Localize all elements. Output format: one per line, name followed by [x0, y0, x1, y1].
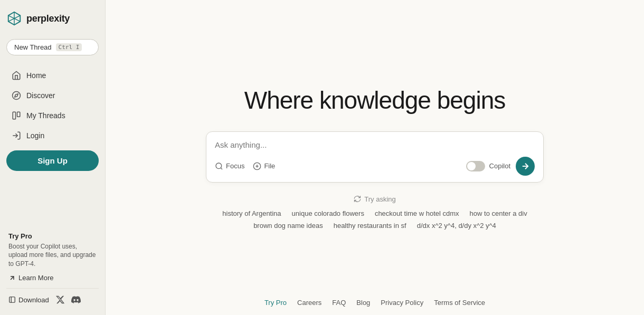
brand-name: perplexity — [26, 13, 70, 24]
chip-0[interactable]: history of Argentina — [222, 209, 281, 217]
footer-terms[interactable]: Terms of Service — [434, 299, 485, 307]
twitter-icon[interactable] — [55, 295, 65, 304]
download-label: Download — [18, 296, 49, 304]
main-nav: Home Discover My Threads Login — [6, 66, 99, 146]
arrow-up-right-icon — [8, 274, 16, 282]
search-input[interactable] — [215, 140, 535, 149]
suggestions-area: Try asking history of Argentina unique c… — [206, 195, 544, 230]
svg-point-8 — [216, 163, 222, 169]
try-pro-section: Try Pro Boost your Copilot uses, upload … — [6, 230, 99, 288]
download-button[interactable]: Download — [8, 296, 49, 304]
perplexity-logo-icon — [6, 11, 22, 26]
nav-item-discover[interactable]: Discover — [6, 86, 99, 105]
try-pro-description: Boost your Copilot uses, upload more fil… — [8, 242, 97, 269]
search-box: Focus File Copilot — [206, 131, 544, 183]
focus-button[interactable]: Focus — [215, 162, 244, 170]
nav-discover-label: Discover — [26, 91, 55, 100]
send-icon — [520, 161, 530, 171]
try-asking-text: Try asking — [364, 195, 395, 203]
footer-faq[interactable]: FAQ — [332, 299, 346, 307]
chip-5[interactable]: healthy restaurants in sf — [334, 222, 406, 230]
footer-privacy[interactable]: Privacy Policy — [381, 299, 423, 307]
file-label: File — [264, 162, 275, 170]
search-right-actions: Copilot — [466, 157, 535, 176]
nav-home-label: Home — [26, 71, 46, 80]
chip-4[interactable]: brown dog name ideas — [253, 222, 323, 230]
try-asking-label: Try asking — [206, 195, 544, 203]
threads-icon — [12, 111, 21, 120]
svg-point-0 — [13, 92, 21, 100]
footer-try-pro[interactable]: Try Pro — [264, 299, 287, 307]
main-footer: Try Pro Careers FAQ Blog Privacy Policy … — [264, 299, 485, 307]
bottom-links: Download — [6, 288, 99, 307]
focus-icon — [215, 162, 223, 170]
logo-area: perplexity — [6, 8, 99, 28]
learn-more-label: Learn More — [18, 274, 53, 282]
nav-item-home[interactable]: Home — [6, 66, 99, 85]
try-pro-title: Try Pro — [8, 232, 97, 240]
new-thread-label: New Thread — [14, 43, 52, 51]
nav-threads-label: My Threads — [26, 111, 65, 120]
login-icon — [12, 131, 21, 140]
sidebar-bottom: Try Pro Boost your Copilot uses, upload … — [6, 230, 99, 307]
main-content: Where knowledge begins Focus — [106, 0, 644, 315]
suggestion-chips: history of Argentina unique colorado flo… — [206, 209, 544, 230]
sidebar: perplexity New Thread Ctrl I Home Discov… — [0, 0, 106, 315]
sign-up-button[interactable]: Sign Up — [6, 150, 99, 171]
refresh-icon — [354, 195, 361, 203]
discover-icon — [12, 91, 21, 100]
chip-2[interactable]: checkout time w hotel cdmx — [375, 209, 459, 217]
svg-rect-2 — [13, 112, 15, 119]
discord-icon[interactable] — [71, 295, 81, 304]
home-icon — [12, 71, 21, 80]
chip-6[interactable]: d/dx x^2 y^4, d/dy x^2 y^4 — [417, 222, 496, 230]
footer-blog[interactable]: Blog — [356, 299, 370, 307]
svg-rect-3 — [17, 112, 20, 117]
svg-rect-6 — [10, 297, 15, 303]
shortcut-hint: Ctrl I — [56, 43, 82, 51]
nav-item-my-threads[interactable]: My Threads — [6, 106, 99, 125]
footer-careers[interactable]: Careers — [297, 299, 321, 307]
file-icon — [253, 162, 261, 170]
file-button[interactable]: File — [253, 162, 275, 170]
nav-item-login[interactable]: Login — [6, 126, 99, 145]
send-button[interactable] — [516, 157, 535, 176]
chip-3[interactable]: how to center a div — [470, 209, 527, 217]
svg-line-9 — [221, 168, 222, 169]
learn-more-button[interactable]: Learn More — [8, 274, 53, 282]
copilot-toggle-switch[interactable] — [466, 161, 485, 171]
focus-label: Focus — [226, 162, 244, 170]
nav-login-label: Login — [26, 131, 44, 140]
search-left-actions: Focus File — [215, 162, 275, 170]
copilot-toggle: Copilot — [466, 161, 510, 171]
hero-title: Where knowledge begins — [244, 86, 506, 114]
svg-marker-1 — [15, 94, 18, 97]
download-icon — [8, 296, 16, 303]
new-thread-button[interactable]: New Thread Ctrl I — [6, 39, 99, 55]
copilot-label: Copilot — [489, 162, 510, 170]
chip-1[interactable]: unique colorado flowers — [292, 209, 364, 217]
search-actions: Focus File Copilot — [215, 157, 535, 176]
svg-line-5 — [11, 276, 14, 280]
